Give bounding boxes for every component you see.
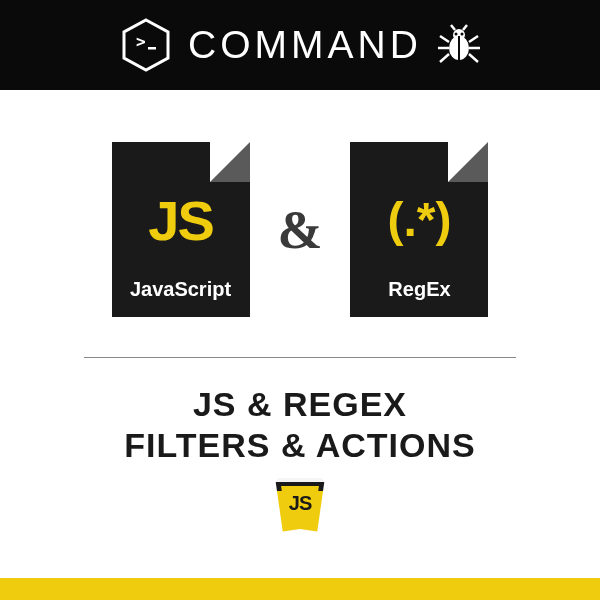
regex-file-icon: (.*) RegEx	[350, 142, 488, 317]
js-file-icon: JS JavaScript	[112, 142, 250, 317]
js-shield-text: JS	[289, 492, 311, 515]
svg-line-9	[469, 36, 478, 42]
svg-line-6	[440, 36, 449, 42]
header-bar: > COMMAND	[0, 0, 600, 90]
header-title: COMMAND	[188, 23, 422, 67]
js-label: JavaScript	[112, 278, 250, 301]
main-heading: JS & REGEX FILTERS & ACTIONS	[124, 384, 475, 466]
svg-marker-0	[124, 20, 168, 70]
js-shield-icon: JS	[273, 478, 327, 532]
js-abbrev: JS	[112, 188, 250, 253]
logo-hex-icon: >	[118, 17, 174, 73]
main-content: JS JavaScript & (.*) RegEx JS & REGEX FI…	[0, 90, 600, 532]
svg-rect-5	[458, 36, 460, 60]
heading-line-1: JS & REGEX	[124, 384, 475, 425]
icons-row: JS JavaScript & (.*) RegEx	[112, 142, 489, 317]
ampersand-text: &	[278, 199, 323, 261]
svg-point-15	[460, 33, 463, 36]
svg-line-11	[469, 54, 478, 62]
svg-rect-2	[148, 47, 156, 50]
bug-icon	[436, 22, 482, 68]
regex-symbol: (.*)	[350, 192, 488, 247]
heading-line-2: FILTERS & ACTIONS	[124, 425, 475, 466]
svg-point-14	[454, 33, 457, 36]
svg-line-12	[451, 25, 455, 30]
svg-text:>: >	[136, 32, 146, 51]
divider-line	[84, 357, 516, 358]
svg-line-13	[463, 25, 467, 30]
bottom-accent-bar	[0, 578, 600, 600]
regex-label: RegEx	[350, 278, 488, 301]
svg-line-8	[440, 54, 449, 62]
